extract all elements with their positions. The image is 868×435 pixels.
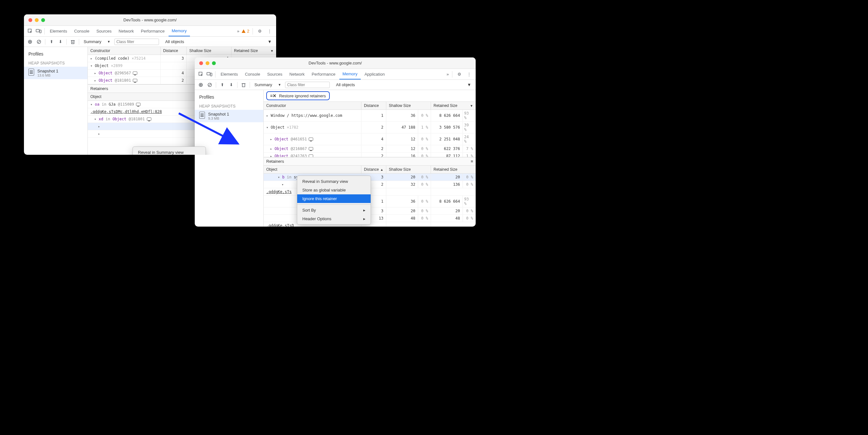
col-retained[interactable]: Retained Size▼ (431, 102, 476, 110)
minimize-icon[interactable] (35, 18, 39, 22)
tab-sources[interactable]: Sources (93, 26, 115, 36)
inspect-icon[interactable] (197, 70, 205, 78)
snapshot-item[interactable]: Snapshot 1 13.6 MB (24, 67, 88, 79)
snapshot-name: Snapshot 1 (37, 69, 58, 73)
close-icon[interactable] (28, 18, 32, 22)
upload-icon[interactable]: ⬆ (219, 82, 226, 88)
warning-badge[interactable]: 2 (241, 29, 249, 33)
snapshot-size: 9.3 MB (208, 117, 229, 120)
device-icon (133, 79, 137, 82)
class-filter-input[interactable] (285, 82, 330, 88)
retainers-heading: Retainers≡ (264, 157, 476, 166)
tab-memory[interactable]: Memory (339, 69, 361, 80)
scope-chevron-icon[interactable]: ▼ (268, 39, 272, 44)
sidebar: Profiles HEAP SNAPSHOTS Snapshot 1 9.3 M… (195, 90, 264, 226)
menu-reveal[interactable]: Reveal in Summary view (297, 177, 371, 186)
svg-rect-19 (242, 84, 245, 87)
kebab-icon[interactable]: ⋮ (465, 72, 473, 76)
table-row[interactable]: Object @2168672120 %622 3767 % (264, 145, 476, 153)
sidebar-heap-heading: HEAP SNAPSHOTS (195, 101, 264, 110)
snapshot-item[interactable]: Snapshot 1 9.3 MB (195, 110, 264, 122)
tab-memory[interactable]: Memory (168, 26, 190, 36)
kebab-icon[interactable]: ⋮ (266, 29, 274, 33)
col-constructor[interactable]: Constructor (264, 102, 361, 110)
clear-icon[interactable] (206, 82, 213, 88)
menu-header[interactable]: Header Options (297, 215, 371, 223)
context-menu: Reveal in Summary view Store as global v… (132, 147, 206, 155)
device-icon (133, 71, 137, 75)
svg-line-18 (209, 84, 211, 86)
col-shallow[interactable]: Shallow Size (386, 102, 431, 110)
more-tabs-icon[interactable]: » (446, 72, 449, 76)
tab-elements[interactable]: Elements (46, 26, 70, 36)
table-row[interactable]: Object ×1782247 1881 %3 580 57639 % (264, 122, 476, 133)
download-icon[interactable]: ⬇ (57, 38, 64, 45)
tab-performance[interactable]: Performance (137, 26, 167, 36)
table-row[interactable]: Window / https://www.google.com1360 %8 6… (264, 110, 476, 122)
menu-sort[interactable]: Sort By (297, 206, 371, 215)
retainers-table-head: Object Distance▲ Shallow Size Retained S… (264, 166, 476, 174)
svg-line-6 (38, 40, 40, 43)
record-icon[interactable] (197, 82, 204, 88)
sidebar-heap-heading: HEAP SNAPSHOTS (24, 58, 88, 67)
upload-icon[interactable]: ⬆ (48, 38, 55, 45)
scope-chevron-icon[interactable]: ▼ (467, 82, 471, 87)
device-icon[interactable] (206, 70, 213, 78)
restore-bar: ≡✕ Restore ignored retainers (264, 90, 476, 102)
class-filter-input[interactable] (114, 39, 159, 45)
tab-bar: Elements Console Sources Network Perform… (24, 26, 276, 37)
clear-icon[interactable] (35, 38, 42, 45)
col-distance[interactable]: Distance (161, 47, 187, 55)
constructor-table-body: Window / https://www.google.com1360 %8 6… (264, 110, 476, 157)
col-distance[interactable]: Distance (361, 102, 386, 110)
view-dropdown[interactable]: Summary▼ (252, 82, 283, 87)
view-dropdown[interactable]: Summary▼ (82, 39, 112, 44)
gear-icon[interactable]: ⚙ (256, 29, 264, 33)
maximize-icon[interactable] (212, 61, 216, 65)
more-tabs-icon[interactable]: » (237, 29, 240, 33)
minimize-icon[interactable] (206, 61, 209, 65)
svg-rect-1 (36, 29, 39, 32)
menu-store[interactable]: Store as global variable (297, 186, 371, 194)
table-row[interactable]: Object @2417632160 %87 1121 % (264, 153, 476, 157)
table-row[interactable]: Object @4616514120 %2 251 04824 % (264, 133, 476, 145)
tab-network[interactable]: Network (116, 26, 137, 36)
tab-console[interactable]: Console (242, 69, 264, 80)
scope-dropdown[interactable]: All objects (163, 39, 186, 44)
download-icon[interactable]: ⬇ (228, 82, 235, 88)
close-icon[interactable] (199, 61, 203, 65)
scope-dropdown[interactable]: All objects (334, 82, 357, 87)
menu-ignore-retainer[interactable]: Ignore this retainer (297, 194, 371, 203)
tab-console[interactable]: Console (71, 26, 93, 36)
window-title: DevTools - www.google.com/ (195, 61, 476, 65)
device-icon[interactable] (35, 27, 42, 35)
tab-sources[interactable]: Sources (264, 69, 286, 80)
restore-ignored-retainers-button[interactable]: ≡✕ Restore ignored retainers (266, 91, 330, 100)
tab-elements[interactable]: Elements (217, 69, 241, 80)
sidebar-profiles-heading: Profiles (24, 50, 88, 58)
sidebar: Profiles HEAP SNAPSHOTS Snapshot 1 13.6 … (24, 47, 88, 155)
tab-performance[interactable]: Performance (308, 69, 338, 80)
snapshot-name: Snapshot 1 (208, 112, 229, 117)
traffic-lights (24, 18, 45, 22)
col-shallow[interactable]: Shallow Size (386, 166, 431, 173)
collect-garbage-icon[interactable] (240, 82, 247, 88)
record-icon[interactable] (27, 38, 33, 45)
memory-toolbar: ⬆ ⬇ Summary▼ All objects ▼ (24, 37, 276, 47)
maximize-icon[interactable] (41, 18, 45, 22)
col-constructor[interactable]: Constructor (88, 47, 161, 55)
tab-network[interactable]: Network (286, 69, 308, 80)
col-object[interactable]: Object (264, 166, 361, 173)
collect-garbage-icon[interactable] (69, 38, 76, 45)
restore-icon: ≡✕ (270, 93, 276, 98)
tab-bar: Elements Console Sources Network Perform… (195, 69, 476, 80)
menu-reveal[interactable]: Reveal in Summary view (133, 148, 206, 155)
col-retained[interactable]: Retained Size▼ (231, 47, 276, 55)
inspect-icon[interactable] (27, 27, 34, 35)
col-shallow[interactable]: Shallow Size (187, 47, 231, 55)
col-retained[interactable]: Retained Size (431, 166, 476, 173)
gear-icon[interactable]: ⚙ (456, 72, 463, 76)
tab-application[interactable]: Application (361, 69, 388, 80)
menu-icon[interactable]: ≡ (470, 159, 473, 164)
col-distance[interactable]: Distance▲ (361, 166, 386, 173)
